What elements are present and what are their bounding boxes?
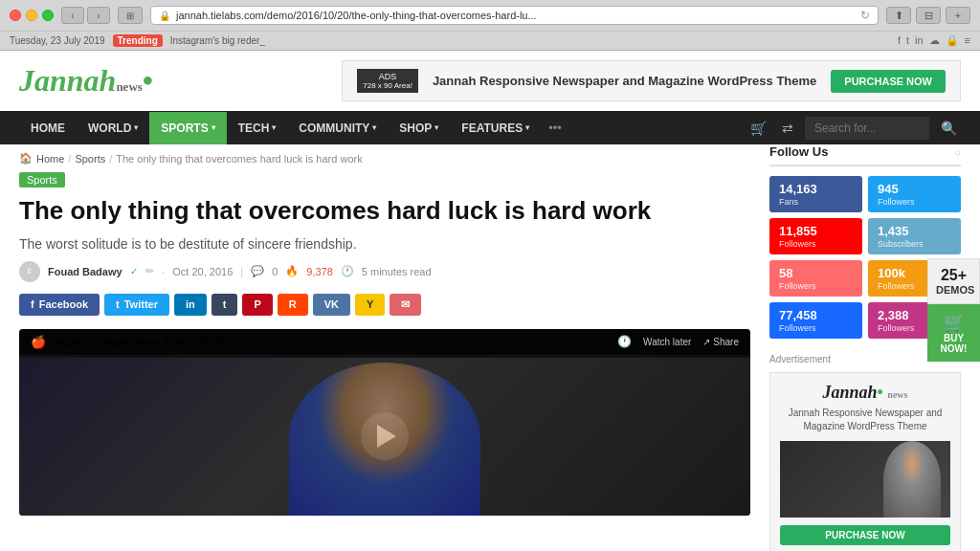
reload-icon[interactable]: ↻	[860, 9, 870, 22]
main-content: 🏠 Home / Sports / The only thing that ov…	[19, 144, 750, 551]
social-share-bar: f Facebook t Twitter in t P R	[19, 294, 750, 316]
apple-icon: 🍎	[31, 335, 46, 349]
behance-count: 77,458	[779, 308, 853, 322]
forward-button[interactable]: ›	[87, 7, 110, 24]
sidebar-ad-logo: Jannah• news	[780, 383, 950, 403]
read-time: 5 minutes read	[362, 266, 432, 277]
chevron-down-icon: ▾	[434, 123, 438, 132]
twitter-icon[interactable]: t	[906, 34, 909, 47]
behance-stat[interactable]: 77,458 Followers	[769, 302, 862, 339]
buy-now-button[interactable]: 🛒 BUY NOW!	[927, 304, 980, 362]
address-bar[interactable]: 🔒 jannah.tielabs.com/demo/2016/10/20/the…	[150, 6, 879, 25]
chevron-down-icon: ▾	[134, 123, 138, 132]
browser-titlebar: ‹ › ⊞ 🔒 jannah.tielabs.com/demo/2016/10/…	[0, 0, 980, 31]
lock-icon: 🔒	[159, 11, 170, 21]
share-facebook-button[interactable]: f Facebook	[19, 294, 100, 316]
side-widgets: 25+ DEMOS 🛒 BUY NOW!	[927, 258, 980, 362]
share-pinterest-button[interactable]: P	[242, 294, 272, 316]
author-avatar: F	[19, 261, 40, 282]
nav-community[interactable]: COMMUNITY ▾	[287, 112, 388, 144]
soundcloud-icon[interactable]: ☁	[929, 34, 940, 47]
watch-later-button[interactable]: Watch later	[643, 337, 691, 347]
share-video-button[interactable]: ↗ Share	[702, 337, 739, 347]
facebook-stat[interactable]: 14,163 Fans	[769, 176, 862, 212]
breadcrumb: 🏠 Home / Sports / The only thing that ov…	[19, 144, 750, 172]
pinterest-icon: P	[254, 298, 260, 310]
share-vk-button[interactable]: VK	[313, 294, 350, 316]
traffic-lights	[10, 10, 54, 21]
meta-separator: -	[162, 266, 166, 277]
article-category-tag[interactable]: Sports	[19, 172, 65, 187]
date-text: Tuesday, 23 July 2019	[10, 35, 105, 46]
page-wrapper: Jannahnews• ADS 728 x 90 Area! Jannah Re…	[0, 51, 980, 551]
meta-separator: |	[240, 266, 243, 277]
vimeo-count: 1,435	[878, 224, 951, 238]
article-subtitle: The worst solitude is to be destitute of…	[19, 236, 750, 252]
chevron-down-icon: ▾	[525, 123, 529, 132]
youtube-label: Followers	[779, 239, 816, 249]
minimize-window-button[interactable]	[26, 10, 37, 21]
browser-chrome: ‹ › ⊞ 🔒 jannah.tielabs.com/demo/2016/10/…	[0, 0, 980, 51]
sidebar-purchase-button[interactable]: PURCHASE NOW	[780, 525, 950, 545]
soundcloud-stat[interactable]: 58 Followers	[769, 260, 862, 297]
nav-home[interactable]: HOME	[19, 112, 77, 144]
facebook-count: 14,163	[779, 182, 853, 196]
article-meta: F Fouad Badawy ✓ ✏ - Oct 20, 2016 | 💬 0 …	[19, 261, 750, 282]
nav-world[interactable]: WORLD ▾	[77, 112, 149, 144]
site-header: Jannahnews• ADS 728 x 90 Area! Jannah Re…	[0, 51, 980, 111]
close-window-button[interactable]	[10, 10, 21, 21]
vimeo-stat[interactable]: 1,435 Subscribers	[868, 218, 961, 254]
back-button[interactable]: ‹	[61, 7, 84, 24]
url-text: jannah.tielabs.com/demo/2016/10/20/the-o…	[176, 10, 537, 21]
instagram-icon[interactable]: in	[915, 34, 924, 47]
trending-badge: Trending	[113, 34, 163, 47]
header-purchase-button[interactable]: PURCHASE NOW	[831, 70, 946, 93]
lock-icon: 🔒	[946, 34, 959, 47]
twitter-label: Followers	[878, 197, 915, 207]
facebook-icon: f	[31, 298, 34, 310]
social-links-bar: f t in ☁ 🔒 ≡	[898, 34, 970, 47]
breadcrumb-home[interactable]: Home	[36, 153, 64, 165]
facebook-icon[interactable]: f	[898, 34, 901, 47]
nav-features[interactable]: FEATURES ▾	[450, 112, 541, 144]
share-extra-button[interactable]: ✉	[390, 294, 421, 316]
tab-button[interactable]: ⊞	[118, 7, 143, 24]
video-actions: 🕐 Watch later ↗ Share	[617, 335, 739, 348]
nav-more-dots[interactable]: •••	[541, 111, 569, 144]
demos-label: DEMOS	[936, 284, 971, 296]
twitter-stat[interactable]: 945 Followers	[868, 176, 961, 212]
new-tab-button[interactable]: +	[946, 7, 970, 24]
menu-icon[interactable]: ≡	[965, 34, 970, 47]
nav-shop[interactable]: SHOP ▾	[388, 112, 450, 144]
tabs-button[interactable]: ⊟	[916, 7, 941, 24]
shuffle-icon[interactable]: ⇄	[778, 117, 797, 140]
nav-sports[interactable]: SPORTS ▾	[149, 112, 226, 144]
cloud-label: Followers	[878, 281, 915, 291]
search-input[interactable]	[805, 117, 929, 140]
share-linkedin-button[interactable]: in	[174, 294, 207, 316]
breadcrumb-sports[interactable]: Sports	[75, 153, 105, 165]
share-button[interactable]: ⬆	[886, 7, 911, 24]
settings-icon[interactable]: ○	[954, 146, 961, 158]
share-tumblr-button[interactable]: t	[212, 294, 238, 316]
share-twitter-button[interactable]: t Twitter	[104, 294, 169, 316]
watch-later-label: Watch later	[643, 337, 691, 347]
nav-tech[interactable]: TECH ▾	[227, 112, 288, 144]
youtube-stat[interactable]: 11,855 Followers	[769, 218, 862, 254]
share-reddit-button[interactable]: R	[278, 294, 308, 316]
content-wrapper: 🏠 Home / Sports / The only thing that ov…	[0, 144, 980, 551]
buy-now-label: BUY NOW!	[941, 333, 968, 354]
breadcrumb-separator: /	[68, 153, 71, 165]
nav-right-actions: 🛒 ⇄ 🔍	[746, 117, 961, 140]
chevron-down-icon: ▾	[272, 123, 276, 132]
maximize-window-button[interactable]	[42, 10, 54, 21]
cart-icon[interactable]: 🛒	[746, 117, 770, 140]
twitter-icon: t	[116, 298, 120, 310]
search-icon[interactable]: 🔍	[937, 117, 961, 140]
share-yummly-button[interactable]: Y	[355, 294, 385, 316]
vk-icon: VK	[324, 298, 339, 310]
soundcloud-count: 58	[779, 266, 853, 280]
video-title: Apple – September Event 2016	[54, 335, 227, 349]
author-name[interactable]: Fouad Badawy	[48, 266, 122, 277]
trending-text: Instagram's big reder_	[170, 35, 265, 46]
